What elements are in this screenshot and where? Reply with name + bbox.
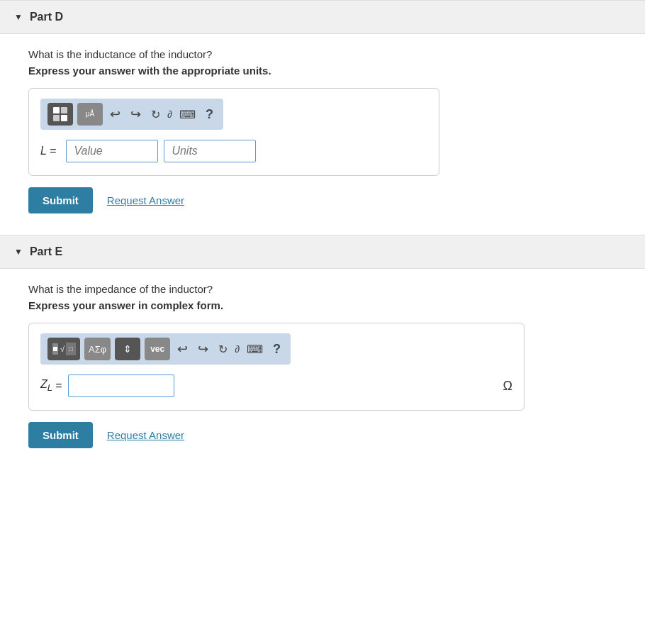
- refresh-button[interactable]: ↻: [148, 106, 163, 123]
- partial-symbol-e: ∂: [235, 343, 240, 355]
- partial-symbol: ∂: [167, 109, 172, 120]
- vec-button[interactable]: vec: [145, 338, 170, 360]
- part-d-input-row: L =: [40, 140, 427, 162]
- undo-button[interactable]: ↩: [107, 105, 123, 123]
- part-e-label-sub: L: [47, 383, 52, 394]
- units-input[interactable]: [164, 140, 256, 162]
- keyboard-button[interactable]: ⌨: [176, 106, 198, 123]
- redo-button-e[interactable]: ↪: [195, 340, 211, 358]
- part-e-title: Part E: [30, 245, 62, 258]
- blocks-icon-button[interactable]: [47, 103, 73, 126]
- part-e-question: What is the impedance of the inductor?: [28, 283, 617, 295]
- greek-label: ΑΣφ: [89, 344, 106, 355]
- chevron-icon-e[interactable]: ▼: [14, 247, 23, 257]
- undo-button-e[interactable]: ↩: [174, 340, 191, 358]
- part-d-body: What is the inductance of the inductor? …: [0, 34, 645, 235]
- transform-label: ⇕: [123, 343, 132, 355]
- part-e-instruction: Express your answer in complex form.: [28, 299, 617, 311]
- part-e-eq: =: [55, 379, 62, 392]
- part-d-request-link[interactable]: Request Answer: [107, 194, 184, 206]
- part-d-toolbar: μÅ ↩ ↪ ↻ ∂ ⌨ ?: [40, 99, 223, 130]
- part-e-toolbar: √ □ ΑΣφ ⇕ vec: [40, 333, 291, 365]
- chevron-icon[interactable]: ▼: [14, 12, 23, 22]
- redo-button[interactable]: ↪: [128, 105, 144, 123]
- help-button[interactable]: ?: [203, 106, 216, 123]
- value-input[interactable]: [66, 140, 158, 162]
- unit-symbol-button[interactable]: μÅ: [77, 103, 103, 126]
- part-d-header: ▼ Part D: [0, 0, 645, 34]
- part-e-request-link[interactable]: Request Answer: [107, 429, 184, 441]
- part-d-question: What is the inductance of the inductor?: [28, 48, 617, 60]
- part-d-title: Part D: [30, 11, 63, 23]
- part-d-label: L =: [40, 145, 56, 157]
- part-e-actions: Submit Request Answer: [28, 422, 617, 448]
- vec-label: vec: [150, 344, 164, 354]
- part-e-body: What is the impedance of the inductor? E…: [0, 269, 645, 470]
- refresh-button-e[interactable]: ↻: [215, 341, 230, 357]
- part-e-answer-box: √ □ ΑΣφ ⇕ vec: [28, 323, 525, 411]
- part-d-instruction: Express your answer with the appropriate…: [28, 65, 617, 77]
- help-button-e[interactable]: ?: [270, 340, 284, 358]
- greek-button[interactable]: ΑΣφ: [84, 338, 111, 360]
- impedance-input[interactable]: [68, 374, 174, 397]
- part-e-label-main: ZL: [40, 378, 52, 393]
- part-e-header: ▼ Part E: [0, 235, 645, 269]
- omega-symbol: Ω: [503, 379, 512, 394]
- math-blocks-button[interactable]: √ □: [47, 338, 80, 360]
- part-d-answer-box: μÅ ↩ ↪ ↻ ∂ ⌨ ? L =: [28, 88, 439, 176]
- keyboard-button-e[interactable]: ⌨: [244, 341, 266, 357]
- part-e-submit-button[interactable]: Submit: [28, 422, 93, 448]
- transform-button[interactable]: ⇕: [115, 338, 140, 360]
- part-d-submit-button[interactable]: Submit: [28, 187, 93, 213]
- part-e-input-row: ZL = Ω: [40, 374, 512, 397]
- unit-symbol-label: μÅ: [86, 111, 94, 118]
- part-d-actions: Submit Request Answer: [28, 187, 617, 213]
